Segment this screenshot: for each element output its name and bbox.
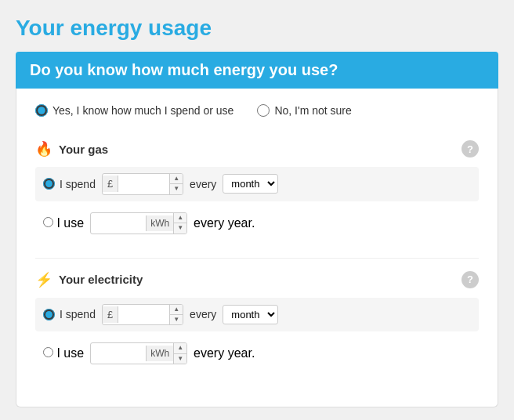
gas-period-select[interactable]: month year week <box>223 174 278 194</box>
section-divider <box>35 258 479 259</box>
gas-spend-up[interactable]: ▲ <box>170 174 183 184</box>
gas-help-icon[interactable]: ? <box>462 140 479 158</box>
gas-spend-label: I spend <box>60 178 96 190</box>
no-radio[interactable] <box>257 104 270 117</box>
electricity-section: ⚡ Your electricity ? I spend £ ▲ ▼ <box>35 271 479 370</box>
gas-use-label: I use <box>56 216 84 230</box>
gas-use-input-wrap: kWh ▲ ▼ <box>90 212 187 234</box>
gas-spend-radio[interactable] <box>43 178 55 190</box>
electricity-use-up[interactable]: ▲ <box>174 343 186 353</box>
gas-use-row: I use kWh ▲ ▼ every year. <box>35 208 479 239</box>
electricity-icon: ⚡ <box>35 271 52 288</box>
electricity-spend-radio-label[interactable]: I spend <box>43 308 96 320</box>
gas-use-radio-label[interactable]: I use <box>43 216 84 230</box>
gas-spend-row: I spend £ ▲ ▼ every month year week <box>35 167 479 201</box>
electricity-use-down[interactable]: ▼ <box>174 354 186 364</box>
gas-spend-input-wrap: £ ▲ ▼ <box>102 173 183 195</box>
electricity-title: Your electricity <box>59 273 143 286</box>
gas-every-year-label: every year. <box>194 216 255 230</box>
gas-title-group: 🔥 Your gas <box>35 140 108 158</box>
no-label: No, I'm not sure <box>274 104 351 117</box>
gas-spend-input[interactable] <box>118 176 169 192</box>
electricity-use-input[interactable] <box>91 346 146 362</box>
gas-currency-symbol: £ <box>103 176 118 192</box>
electricity-title-group: ⚡ Your electricity <box>35 271 143 288</box>
yes-label: Yes, I know how much I spend or use <box>52 104 233 117</box>
electricity-spend-radio[interactable] <box>43 309 55 320</box>
electricity-use-radio-label[interactable]: I use <box>43 346 84 360</box>
electricity-use-spinner[interactable]: ▲ ▼ <box>173 343 186 364</box>
gas-spend-radio-label[interactable]: I spend <box>43 178 96 190</box>
electricity-spend-down[interactable]: ▼ <box>170 315 183 324</box>
page-title: Your energy usage <box>16 16 498 41</box>
gas-use-spinner[interactable]: ▲ ▼ <box>173 213 186 234</box>
gas-kwh-label: kWh <box>146 215 173 231</box>
electricity-use-radio[interactable] <box>43 347 53 357</box>
electricity-every-year-label: every year. <box>194 346 255 360</box>
electricity-use-input-wrap: kWh ▲ ▼ <box>90 342 187 364</box>
electricity-use-row: I use kWh ▲ ▼ every year. <box>35 338 479 369</box>
electricity-period-select[interactable]: month year week <box>223 305 278 324</box>
gas-use-down[interactable]: ▼ <box>174 223 186 233</box>
gas-section: 🔥 Your gas ? I spend £ ▲ ▼ <box>35 140 479 239</box>
gas-section-header: 🔥 Your gas ? <box>35 140 479 158</box>
electricity-spend-input[interactable] <box>118 306 169 323</box>
gas-spend-spinner[interactable]: ▲ ▼ <box>169 174 183 194</box>
know-radio-group: Yes, I know how much I spend or use No, … <box>35 104 479 125</box>
electricity-section-header: ⚡ Your electricity ? <box>35 271 479 288</box>
gas-use-up[interactable]: ▲ <box>174 213 186 223</box>
electricity-spend-row: I spend £ ▲ ▼ every month year week <box>35 298 479 332</box>
gas-title: Your gas <box>59 143 108 156</box>
electricity-spend-input-wrap: £ ▲ ▼ <box>102 304 183 326</box>
electricity-spend-spinner[interactable]: ▲ ▼ <box>169 305 183 325</box>
no-option[interactable]: No, I'm not sure <box>257 104 351 117</box>
electricity-kwh-label: kWh <box>146 346 173 361</box>
gas-use-radio[interactable] <box>43 217 53 227</box>
electricity-every-label: every <box>190 308 216 320</box>
electricity-spend-label: I spend <box>60 308 96 320</box>
gas-every-label: every <box>190 178 216 190</box>
electricity-use-label: I use <box>56 346 84 360</box>
electricity-currency-symbol: £ <box>103 306 118 323</box>
electricity-spend-up[interactable]: ▲ <box>170 305 183 315</box>
gas-icon: 🔥 <box>35 140 52 158</box>
question-banner: Do you know how much energy you use? <box>16 52 498 89</box>
yes-option[interactable]: Yes, I know how much I spend or use <box>35 104 233 117</box>
page-wrapper: Your energy usage Do you know how much e… <box>16 16 498 407</box>
gas-use-input[interactable] <box>91 215 146 231</box>
yes-radio[interactable] <box>35 104 48 117</box>
electricity-help-icon[interactable]: ? <box>462 271 479 288</box>
gas-spend-down[interactable]: ▼ <box>170 184 183 194</box>
card: Yes, I know how much I spend or use No, … <box>16 89 498 407</box>
